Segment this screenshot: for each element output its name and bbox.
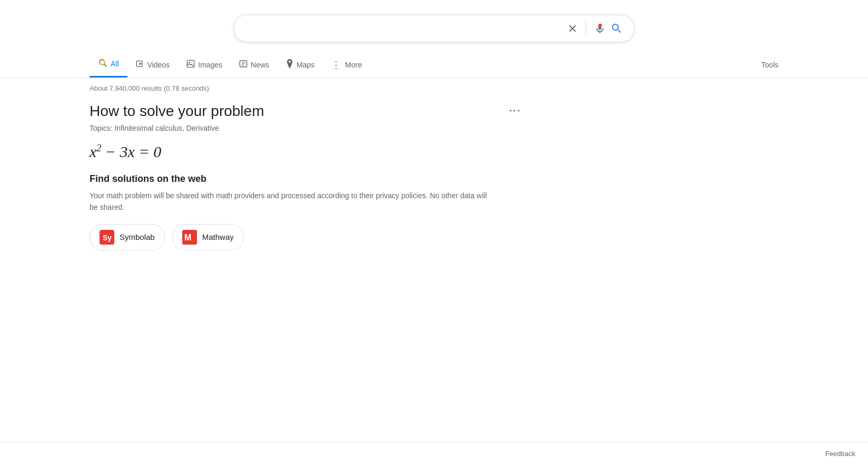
feedback-link[interactable]: Feedback: [825, 450, 855, 458]
search-button[interactable]: [608, 20, 625, 37]
mic-button[interactable]: [591, 20, 608, 37]
search-bar: find the derivative of x^2-3x=0: [234, 15, 634, 42]
tab-news[interactable]: News: [231, 53, 278, 76]
snippet-card: ⋮ How to solve your problem Topics: Infi…: [90, 103, 521, 250]
clear-button[interactable]: [565, 21, 580, 36]
tab-more[interactable]: ⋮ More: [323, 53, 370, 77]
symbolab-button[interactable]: Sy Symbolab: [90, 224, 165, 250]
tab-images-label: Images: [198, 61, 222, 69]
tab-images[interactable]: Images: [178, 53, 231, 76]
symbolab-label: Symbolab: [120, 232, 155, 241]
feedback-bar: Feedback: [0, 442, 868, 465]
math-equation: x2 − 3x = 0: [90, 143, 521, 161]
tab-more-label: More: [345, 61, 362, 69]
tab-maps-label: Maps: [297, 61, 314, 69]
mic-icon: [594, 22, 606, 35]
svg-point-5: [189, 62, 190, 63]
search-input[interactable]: find the derivative of x^2-3x=0: [243, 23, 565, 34]
math-providers: Sy Symbolab M Mathway: [90, 224, 521, 250]
svg-point-10: [289, 61, 291, 63]
news-icon: [239, 60, 248, 70]
snippet-title: How to solve your problem: [90, 103, 521, 120]
tab-news-label: News: [251, 61, 269, 69]
svg-text:M: M: [184, 233, 191, 242]
find-solutions-title: Find solutions on the web: [90, 173, 521, 185]
tab-maps[interactable]: Maps: [278, 53, 323, 77]
tab-all-label: All: [111, 60, 119, 68]
maps-icon: [286, 59, 293, 71]
tools-button[interactable]: Tools: [761, 54, 778, 75]
tab-videos[interactable]: Videos: [127, 53, 179, 76]
close-icon: [567, 23, 578, 34]
snippet-topics: Topics: Infinitesimal calculus, Derivati…: [90, 124, 521, 132]
tab-videos-label: Videos: [147, 61, 170, 69]
search-bar-container: find the derivative of x^2-3x=0: [0, 0, 868, 52]
nav-tabs: All Videos Images: [0, 52, 868, 78]
mathway-logo: M: [182, 230, 197, 245]
symbolab-logo: Sy: [100, 230, 114, 245]
search-divider: [586, 21, 586, 36]
mathway-label: Mathway: [202, 232, 234, 241]
more-dots-icon: ⋮: [331, 59, 342, 71]
snippet-menu-button[interactable]: ⋮: [508, 105, 521, 118]
svg-marker-3: [139, 62, 142, 65]
all-search-icon: [98, 58, 107, 70]
mathway-button[interactable]: M Mathway: [172, 224, 244, 250]
topics-label: Topics:: [90, 124, 113, 132]
videos-icon: [136, 60, 144, 70]
search-icon: [610, 22, 623, 35]
svg-text:Sy: Sy: [103, 234, 112, 242]
find-solutions-desc: Your math problem will be shared with ma…: [90, 190, 490, 214]
tab-all[interactable]: All: [90, 52, 127, 78]
results-container: About 7,940,000 results (0.78 seconds) ⋮…: [0, 78, 868, 250]
results-count: About 7,940,000 results (0.78 seconds): [90, 84, 778, 92]
topics-values: Infinitesimal calculus, Derivative: [114, 124, 219, 132]
svg-line-1: [104, 64, 106, 66]
images-icon: [186, 60, 195, 70]
